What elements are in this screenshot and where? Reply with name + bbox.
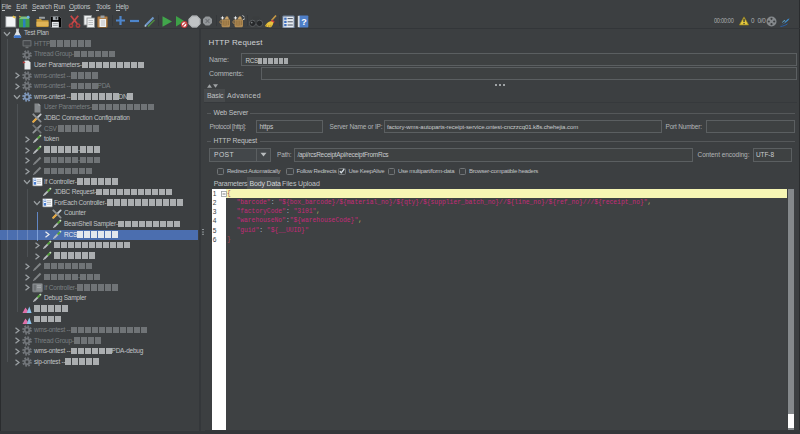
svg-text:?: ? (301, 16, 307, 26)
